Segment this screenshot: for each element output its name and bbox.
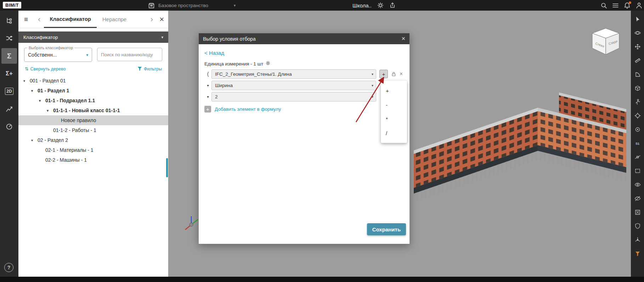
region-select-tool[interactable] — [632, 166, 643, 176]
left-toolbar: Σ Σ+ 2D ? — [0, 11, 18, 277]
estimate-tool[interactable]: Σ+ — [1, 66, 17, 81]
workspace-name[interactable]: Базовое пространство — [158, 3, 208, 8]
dashboard-tool[interactable] — [1, 119, 17, 134]
orbit-tool[interactable] — [632, 28, 643, 38]
save-button[interactable]: Сохранить — [367, 223, 406, 235]
view-cube[interactable]: Слева Сзади — [589, 25, 622, 57]
protect-tool[interactable] — [632, 221, 643, 231]
workspace-caret-icon[interactable]: ▾ — [234, 3, 236, 8]
formula-field-2-input[interactable] — [211, 81, 376, 90]
row-caret-icon[interactable]: ▾ — [204, 95, 211, 99]
remove-row-icon[interactable]: × — [400, 71, 403, 77]
tab-unallocated[interactable]: Нераспре — [97, 11, 132, 28]
isolate-tool[interactable] — [632, 207, 643, 218]
lock-icon[interactable] — [391, 71, 396, 77]
tabs-scroll-right-icon[interactable]: › — [151, 16, 153, 23]
section-header[interactable]: Классификатор ▾ — [18, 31, 168, 43]
classifier-select-label: Выбрать классификатор — [27, 46, 74, 50]
field-caret-icon[interactable]: ▾ — [372, 95, 373, 99]
tree-item[interactable]: 01-1-2 - Работы - 1 — [18, 125, 168, 135]
caret-down-icon[interactable]: ▾ — [31, 138, 38, 142]
tree-item[interactable]: ▾ 02 - Раздел 2 — [18, 135, 168, 145]
filters-link[interactable]: Фильтры — [137, 67, 162, 71]
tree-item-label: 01-1 - Подраздел 1.1 — [45, 98, 95, 103]
search-icon[interactable] — [600, 2, 607, 9]
dialog-close-icon[interactable]: × — [401, 35, 405, 42]
hide-tool[interactable] — [632, 193, 643, 204]
angle-measure-tool[interactable] — [632, 69, 643, 80]
selection-condition-dialog: Выбор условия отбора × < Назад Единица и… — [198, 33, 410, 244]
2d-view-tool[interactable]: 2D — [1, 84, 17, 99]
locate-tool[interactable] — [632, 124, 643, 135]
search-input[interactable] — [97, 48, 162, 61]
back-link[interactable]: < Назад — [204, 50, 224, 56]
tree-item-label: 02-1 - Материалы - 1 — [45, 147, 94, 153]
classifier-tool[interactable]: Σ — [1, 48, 17, 64]
filter-active-tool[interactable] — [632, 248, 643, 259]
list-menu-icon[interactable] — [612, 2, 619, 9]
tree-item[interactable]: ▾ 01 - Раздел 1 — [18, 86, 168, 96]
pan-tool[interactable] — [632, 41, 643, 52]
select-cursor-tool[interactable] — [632, 14, 643, 24]
formula-field-3-input[interactable] — [211, 92, 376, 102]
sort-arrows-icon: ⇅ — [25, 66, 28, 71]
charts-tool[interactable] — [1, 101, 17, 117]
caret-down-icon[interactable]: ▾ — [39, 99, 45, 103]
panel-menu-icon[interactable]: ≡ — [24, 16, 28, 23]
add-element-link[interactable]: + Добавить элемент в формулу — [204, 106, 404, 113]
classifier-tree: ▾ 001 - Раздел 01 ▾ 01 - Раздел 1 ▾ 01-1… — [18, 76, 168, 165]
add-plus-icon: + — [204, 106, 211, 113]
operator-button[interactable]: + — [379, 70, 388, 78]
operator-menu: + - * / — [381, 81, 407, 143]
row-caret-icon[interactable]: ▾ — [204, 84, 211, 87]
panel-close-icon[interactable]: × — [159, 15, 164, 24]
app-logo[interactable]: BIMiT — [3, 2, 21, 8]
formula-row-1: ( ▾ + × — [204, 69, 404, 79]
operator-minus[interactable]: - — [381, 98, 407, 112]
classifier-select[interactable]: Выбрать классификатор Собственн... ▾ — [24, 48, 92, 62]
tree-item[interactable]: 02-1 - Материалы - 1 — [18, 145, 168, 155]
focus-tool[interactable] — [632, 110, 643, 121]
caret-down-icon[interactable]: ▾ — [47, 109, 53, 113]
unit-row: Единица измерения - 1 шт — [204, 61, 404, 67]
axes-settings-tool[interactable] — [632, 235, 643, 245]
operator-divide[interactable]: / — [381, 126, 407, 140]
section-box-tool[interactable] — [632, 83, 643, 93]
application-window: Слева Сзади BIMiT Базовое пространство ▾… — [0, 0, 644, 282]
measure-tool[interactable] — [632, 55, 643, 66]
walkthrough-tool[interactable] — [632, 97, 643, 107]
show-tool[interactable] — [632, 179, 643, 190]
caret-down-icon[interactable]: ▾ — [23, 79, 30, 83]
operator-plus[interactable]: + — [381, 84, 407, 98]
panel-scrollbar[interactable] — [166, 158, 168, 177]
project-settings-gear-icon[interactable] — [377, 2, 384, 8]
formula-field-1-input[interactable] — [211, 69, 376, 79]
tree-item-selected[interactable]: Новое правило — [18, 115, 168, 125]
relations-tool[interactable] — [1, 30, 17, 46]
notifications-icon[interactable] — [624, 2, 631, 9]
clip-plane-tool[interactable] — [632, 152, 643, 162]
tree-item[interactable]: 02-2 - Машины - 1 — [18, 155, 168, 165]
user-avatar-icon[interactable] — [635, 2, 643, 9]
unit-settings-gear-icon[interactable] — [266, 61, 270, 67]
dialog-body: < Назад Единица измерения - 1 шт ( ▾ + — [199, 44, 409, 244]
s1-view-tool[interactable]: S1 — [632, 138, 643, 149]
formula-rows: ( ▾ + × ▾ ▾ — [204, 69, 404, 102]
tabs-scroll-left-icon[interactable]: ‹ — [38, 16, 40, 23]
workspace-box-icon[interactable] — [148, 2, 155, 9]
caret-down-icon[interactable]: ▾ — [31, 89, 38, 93]
field-caret-icon[interactable]: ▾ — [372, 72, 373, 76]
operator-multiply[interactable]: * — [381, 112, 407, 126]
tab-classifier[interactable]: Классификатор — [44, 11, 97, 28]
tree-item[interactable]: ▾ 001 - Раздел 01 — [18, 76, 168, 86]
model-tree-tool[interactable] — [1, 13, 17, 28]
collapse-tree-link[interactable]: ⇅ Свернуть дерево — [25, 66, 66, 71]
tree-item[interactable]: ▾ 01-1 - Подраздел 1.1 — [18, 96, 168, 105]
share-icon[interactable] — [389, 2, 396, 8]
tree-item[interactable]: ▾ 01-1-1 - Новый класс 01-1-1 — [18, 105, 168, 115]
bottom-bar — [0, 277, 644, 282]
help-button[interactable]: ? — [4, 263, 13, 272]
tree-item-label: 01 - Раздел 1 — [38, 88, 69, 93]
tree-item-label: 001 - Раздел 01 — [30, 78, 66, 84]
field-caret-icon[interactable]: ▾ — [372, 84, 373, 87]
